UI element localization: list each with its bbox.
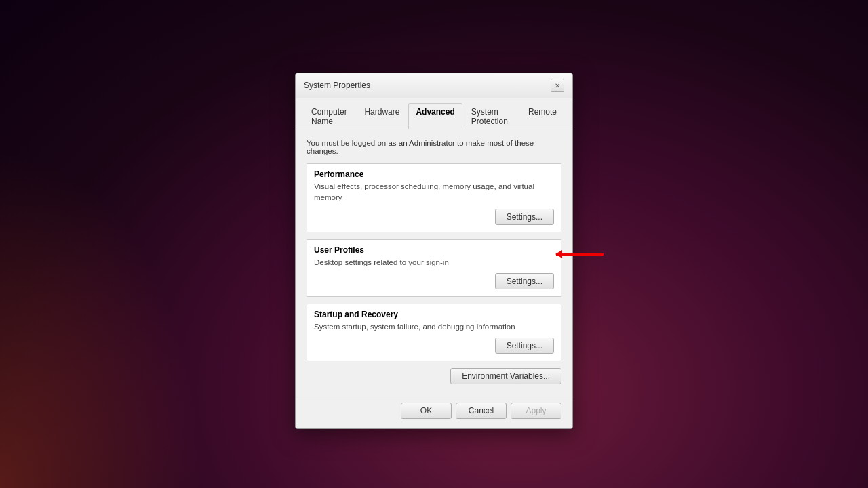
dialog-title: System Properties [304, 81, 370, 90]
performance-section: Performance Visual effects, processor sc… [307, 163, 561, 232]
startup-recovery-title: Startup and Recovery [314, 310, 554, 319]
close-button[interactable]: ✕ [551, 79, 564, 92]
dialog-content: You must be logged on as an Administrato… [296, 129, 572, 396]
startup-recovery-section: Startup and Recovery System startup, sys… [307, 304, 561, 361]
footer-buttons: OK Cancel Apply [296, 396, 572, 428]
startup-recovery-description: System startup, system failure, and debu… [314, 321, 554, 332]
cancel-button[interactable]: Cancel [456, 403, 507, 419]
dialog-titlebar: System Properties ✕ [296, 73, 572, 98]
env-vars-row: Environment Variables... [307, 368, 561, 384]
system-properties-dialog: System Properties ✕ Computer Name Hardwa… [295, 73, 573, 428]
tab-system-protection[interactable]: System Protection [464, 103, 519, 129]
tab-advanced[interactable]: Advanced [408, 103, 462, 129]
tab-remote[interactable]: Remote [521, 103, 564, 129]
tab-hardware[interactable]: Hardware [357, 103, 407, 129]
tabs-bar: Computer Name Hardware Advanced System P… [296, 98, 572, 129]
user-profiles-title: User Profiles [314, 245, 554, 255]
performance-title: Performance [314, 169, 554, 179]
dialog-overlay: System Properties ✕ Computer Name Hardwa… [0, 0, 868, 488]
user-profiles-description: Desktop settings related to your sign-in [314, 257, 554, 268]
ok-button[interactable]: OK [401, 403, 452, 419]
apply-button[interactable]: Apply [511, 403, 561, 419]
user-profiles-section: User Profiles Desktop settings related t… [307, 239, 561, 297]
performance-settings-button[interactable]: Settings... [495, 209, 554, 225]
startup-recovery-settings-button[interactable]: Settings... [495, 338, 554, 354]
user-profiles-settings-button[interactable]: Settings... [495, 273, 554, 289]
tab-computer-name[interactable]: Computer Name [304, 103, 355, 129]
environment-variables-button[interactable]: Environment Variables... [450, 368, 561, 384]
performance-description: Visual effects, processor scheduling, me… [314, 181, 554, 203]
admin-notice: You must be logged on as an Administrato… [307, 139, 561, 155]
